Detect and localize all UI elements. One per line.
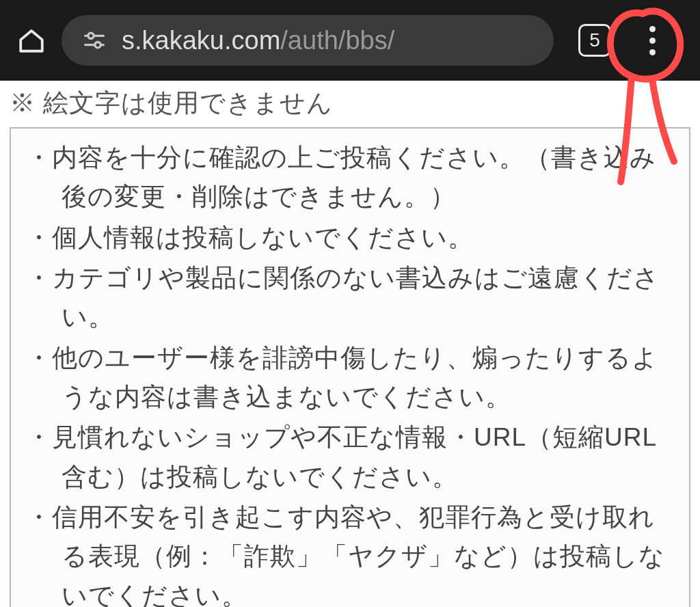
overflow-menu-icon[interactable] <box>636 24 669 57</box>
rule-item: ・他のユーザー様を誹謗中傷したり、煽ったりするような内容は書き込まないでください… <box>26 338 674 417</box>
browser-toolbar: s.kakaku.com/auth/bbs/ 5 <box>0 0 700 81</box>
rule-item: ・個人情報は投稿しないでください。 <box>26 218 674 257</box>
address-bar[interactable]: s.kakaku.com/auth/bbs/ <box>62 15 554 66</box>
svg-point-3 <box>95 42 100 48</box>
site-settings-icon[interactable] <box>81 27 108 54</box>
rule-item: ・カテゴリや製品に関係のない書込みはご遠慮ください。 <box>26 258 674 337</box>
tab-switcher-button[interactable]: 5 <box>578 24 611 57</box>
rule-item: ・内容を十分に確認の上ご投稿ください。（書き込み後の変更・削除はできません。） <box>26 138 674 217</box>
svg-point-1 <box>88 33 94 38</box>
posting-rules-box: ・内容を十分に確認の上ご投稿ください。（書き込み後の変更・削除はできません。） … <box>10 127 690 607</box>
emoji-warning-text: ※ 絵文字は使用できません <box>10 83 690 127</box>
url-text: s.kakaku.com/auth/bbs/ <box>122 26 394 55</box>
rule-item: ・見慣れないショップや不正な情報・URL（短縮URL含む）は投稿しないでください… <box>26 418 674 496</box>
page-content: ※ 絵文字は使用できません ・内容を十分に確認の上ご投稿ください。（書き込み後の… <box>0 81 700 607</box>
rule-item: ・信用不安を引き起こす内容や、犯罪行為と受け取れる表現（例：「詐欺」「ヤクザ」な… <box>26 498 674 607</box>
home-icon[interactable] <box>15 24 48 57</box>
